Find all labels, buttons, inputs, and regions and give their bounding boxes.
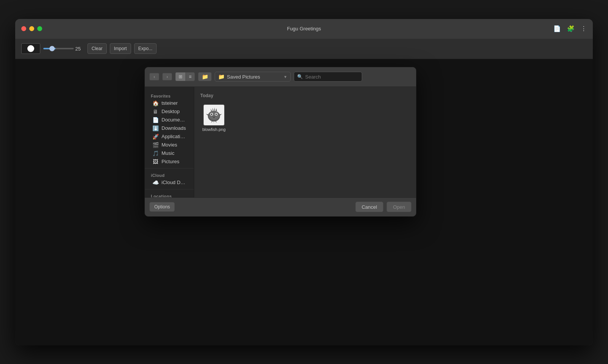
svg-point-12 <box>215 113 217 115</box>
traffic-lights <box>21 26 42 31</box>
open-button[interactable]: Open <box>386 202 412 212</box>
sidebar-item-label: iCloud Drive <box>162 180 186 185</box>
sidebar-item-label: Pictures <box>162 159 179 164</box>
svg-point-13 <box>216 113 217 114</box>
file-item-blowfish[interactable]: blowfish.png <box>200 103 228 133</box>
slider-container: 25 <box>43 46 84 52</box>
sidebar-item-movies[interactable]: 🎬 Movies <box>146 141 192 149</box>
svg-marker-3 <box>212 108 214 111</box>
search-icon: 🔍 <box>297 74 303 79</box>
icloud-icon: ☁️ <box>152 180 158 186</box>
sidebar-item-label: Movies <box>162 142 177 148</box>
maximize-button[interactable] <box>37 26 42 31</box>
sidebar-item-documents[interactable]: 📄 Documents <box>146 116 192 124</box>
sidebar-item-desktop[interactable]: 🖥 Desktop <box>146 107 192 116</box>
import-button[interactable]: Import <box>110 43 131 54</box>
desktop-icon: 🖥 <box>152 109 158 115</box>
view-mode-group: ⊞ ≡ <box>175 72 195 81</box>
svg-marker-4 <box>214 107 215 111</box>
dialog-footer: Options Cancel Open <box>145 197 416 216</box>
sidebar: Favorites 🏠 tsteiner 🖥 Desktop 📄 Documen… <box>145 87 194 197</box>
sidebar-item-label: tsteiner <box>162 100 178 106</box>
dialog-overlay: ‹ › ⊞ ≡ 📁 <box>15 59 593 345</box>
forward-button[interactable]: › <box>162 73 172 80</box>
grid-view-button[interactable]: ⊞ <box>176 72 186 81</box>
svg-marker-5 <box>216 108 217 111</box>
file-thumbnail <box>203 104 225 126</box>
chevron-down-icon: ▼ <box>283 75 287 79</box>
svg-marker-6 <box>206 114 209 116</box>
title-bar-actions: 📄 🧩 ⋮ <box>553 25 587 32</box>
slider-value: 25 <box>75 46 84 52</box>
search-box[interactable]: 🔍 <box>294 72 362 82</box>
brush-size-slider[interactable] <box>43 48 74 49</box>
dialog-body: Favorites 🏠 tsteiner 🖥 Desktop 📄 Documen… <box>145 87 416 197</box>
window-title: Fugu Greetings <box>287 26 321 32</box>
file-area: Today <box>194 87 416 197</box>
main-content: ‹ › ⊞ ≡ 📁 <box>15 59 593 345</box>
sidebar-divider-2 <box>145 189 194 189</box>
brush-dot <box>27 45 34 52</box>
downloads-icon: ⬇️ <box>152 125 158 131</box>
close-button[interactable] <box>21 26 26 31</box>
sidebar-item-label: Desktop <box>162 109 180 114</box>
folder-up-icon: 📁 <box>202 74 208 80</box>
back-button[interactable]: ‹ <box>149 73 159 80</box>
blowfish-preview <box>204 106 223 124</box>
list-view-button[interactable]: ≡ <box>186 72 195 81</box>
file-dialog: ‹ › ⊞ ≡ 📁 <box>144 67 416 217</box>
sidebar-item-label: Downloads <box>162 125 186 131</box>
back-arrow-icon: ‹ <box>154 74 155 79</box>
movies-icon: 🎬 <box>152 142 158 148</box>
sidebar-divider <box>145 168 194 169</box>
toolbar: 25 Clear Import Expo... <box>15 39 593 59</box>
sidebar-item-pictures[interactable]: 🖼 Pictures <box>146 158 192 166</box>
svg-point-1 <box>209 111 219 120</box>
locations-label: Locations <box>145 192 194 197</box>
documents-icon: 📄 <box>152 117 158 123</box>
svg-point-20 <box>215 116 215 117</box>
file-grid: blowfish.png <box>200 103 410 133</box>
sidebar-item-tsteiner[interactable]: 🏠 tsteiner <box>146 99 192 107</box>
forward-arrow-icon: › <box>166 74 168 79</box>
folder-up-button[interactable]: 📁 <box>198 72 212 81</box>
sidebar-item-label: Applications <box>162 134 186 139</box>
sidebar-item-icloud-drive[interactable]: ☁️ iCloud Drive <box>146 178 192 187</box>
pictures-icon: 🖼 <box>152 159 158 165</box>
clear-button[interactable]: Clear <box>87 43 107 54</box>
sidebar-item-downloads[interactable]: ⬇️ Downloads <box>146 124 192 132</box>
search-input[interactable] <box>305 74 369 80</box>
export-button[interactable]: Expo... <box>134 43 157 54</box>
svg-point-9 <box>211 113 212 115</box>
dialog-toolbar: ‹ › ⊞ ≡ 📁 <box>145 67 416 87</box>
menu-icon[interactable]: ⋮ <box>581 25 587 32</box>
location-dropdown[interactable]: 📁 Saved Pictures ▼ <box>215 72 291 82</box>
file-name: blowfish.png <box>202 127 225 132</box>
document-icon[interactable]: 📄 <box>553 25 561 32</box>
title-bar: Fugu Greetings 📄 🧩 ⋮ <box>15 19 593 39</box>
location-name: Saved Pictures <box>227 74 260 80</box>
svg-marker-7 <box>219 114 222 116</box>
list-icon: ≡ <box>189 74 192 79</box>
cancel-button[interactable]: Cancel <box>355 202 383 212</box>
mac-window: Fugu Greetings 📄 🧩 ⋮ 25 Clear Import Exp… <box>15 19 593 345</box>
svg-point-19 <box>212 116 213 117</box>
music-icon: 🎵 <box>152 150 158 156</box>
brush-preview <box>21 43 40 54</box>
minimize-button[interactable] <box>29 26 34 31</box>
home-icon: 🏠 <box>152 100 158 106</box>
sidebar-item-music[interactable]: 🎵 Music <box>146 149 192 158</box>
puzzle-icon[interactable]: 🧩 <box>567 25 575 32</box>
svg-marker-2 <box>211 109 212 112</box>
sidebar-item-label: Documents <box>162 117 186 123</box>
favorites-label: Favorites <box>145 91 194 99</box>
svg-point-21 <box>214 118 214 118</box>
options-button[interactable]: Options <box>149 202 175 212</box>
location-folder-icon: 📁 <box>218 74 225 80</box>
grid-icon: ⊞ <box>179 74 182 79</box>
icloud-label: iCloud <box>145 171 194 178</box>
today-section-header: Today <box>200 93 410 98</box>
sidebar-item-applications[interactable]: 🚀 Applications <box>146 132 192 141</box>
svg-point-10 <box>212 113 212 114</box>
sidebar-item-label: Music <box>162 150 174 156</box>
